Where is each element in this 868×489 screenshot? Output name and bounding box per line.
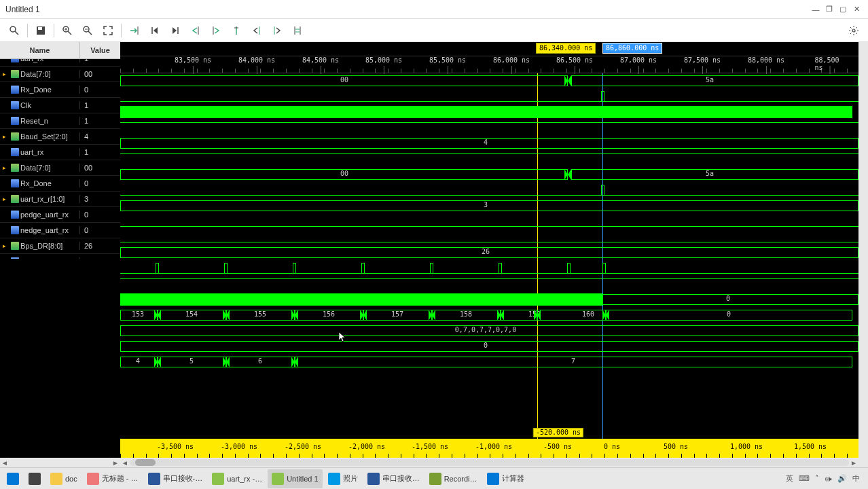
taskbar-label: 计算器 xyxy=(502,473,524,484)
wire-icon xyxy=(11,117,19,125)
panel-hscroll[interactable]: ◄► xyxy=(0,458,120,467)
taskbar-item[interactable]: uart_rx -… xyxy=(208,469,266,488)
expand-icon[interactable]: ▸ xyxy=(3,242,10,249)
zoom-in-icon[interactable] xyxy=(58,22,76,39)
wave-lane[interactable] xyxy=(120,276,858,292)
wave-lane[interactable] xyxy=(120,120,858,136)
goto-cursor-icon[interactable] xyxy=(126,22,143,39)
tray-lang-icon[interactable]: 中 xyxy=(852,473,860,484)
wave-lane[interactable] xyxy=(120,89,858,105)
signal-row[interactable]: nedge_uart_rx0 xyxy=(0,223,120,238)
next-trans-icon[interactable] xyxy=(207,22,225,39)
next-marker-icon[interactable] xyxy=(268,22,286,39)
wave-lane[interactable]: 4567 xyxy=(120,355,858,370)
scroll-track[interactable] xyxy=(130,459,849,466)
signal-row[interactable]: Rx_Done0 xyxy=(0,176,120,192)
search-icon[interactable] xyxy=(5,22,23,39)
time-ruler[interactable]: 83,500 ns84,000 ns84,500 ns85,000 ns85,5… xyxy=(120,56,858,73)
scroll-right-icon[interactable]: ► xyxy=(849,459,858,467)
wave-lane[interactable]: 3 xyxy=(120,198,858,214)
wave-lane[interactable] xyxy=(120,230,858,245)
yellow-marker-label[interactable]: 86,340.000 ns xyxy=(536,43,596,54)
system-tray[interactable]: 英 ⌨ ˄ 🕪 🔊 中 xyxy=(786,473,865,484)
swap-markers-icon[interactable] xyxy=(289,22,306,39)
tray-chevron-icon[interactable]: ˄ xyxy=(815,474,819,483)
expand-icon[interactable]: ▸ xyxy=(3,196,10,202)
zoom-fit-icon[interactable] xyxy=(99,22,117,39)
taskbar-label: uart_rx -… xyxy=(227,475,262,483)
wave-lane[interactable] xyxy=(120,105,858,120)
wave-canvas[interactable]: 005a4005a326015315415515615715815916000,… xyxy=(120,73,858,439)
expand-icon[interactable]: ▸ xyxy=(3,133,10,140)
blue-marker-label[interactable]: 86,860.000 ns xyxy=(602,43,662,54)
scroll-thumb[interactable] xyxy=(135,459,156,466)
wave-lane[interactable]: 0,7,0,7,7,0,7,0 xyxy=(120,323,858,339)
signal-row[interactable]: Rx_Done0 xyxy=(0,82,120,98)
goto-last-icon[interactable] xyxy=(166,22,184,39)
wave-lane[interactable] xyxy=(120,183,858,198)
close-button[interactable]: ✕ xyxy=(850,4,863,15)
wave-lane[interactable]: 0 xyxy=(120,339,858,355)
signal-row[interactable]: ▸Data[7:0]00 xyxy=(0,160,120,176)
signal-name: uart_rx xyxy=(20,59,43,62)
settings-icon[interactable] xyxy=(845,22,863,39)
wave-lane[interactable] xyxy=(120,151,858,167)
taskbar-item[interactable]: 串口接收-… xyxy=(144,469,207,488)
tray-ime-icon[interactable]: 英 xyxy=(786,473,793,484)
signal-value: 0 xyxy=(80,179,120,187)
expand-icon[interactable]: ▸ xyxy=(3,164,10,171)
signal-row[interactable]: uart_rx1 xyxy=(0,59,120,67)
prev-marker-icon[interactable] xyxy=(248,22,266,39)
tray-network-icon[interactable]: 🕪 xyxy=(825,475,832,483)
add-marker-icon[interactable] xyxy=(228,22,245,39)
waveform-area[interactable]: 86,340.000 ns 86,860.000 ns 83,500 ns84,… xyxy=(120,42,858,467)
taskbar-item[interactable]: 照片 xyxy=(324,469,362,488)
save-icon[interactable] xyxy=(32,22,50,39)
tray-input-icon[interactable]: ⌨ xyxy=(799,474,810,483)
delta-ruler[interactable]: -520.000 ns -3,500 ns-3,000 ns-2,500 ns-… xyxy=(120,439,858,458)
restore-button[interactable]: ❐ xyxy=(823,4,835,15)
signal-row[interactable]: ▸Data[7:0]00 xyxy=(0,67,120,82)
wave-lane[interactable]: 1531541551561571581591600 xyxy=(120,308,858,323)
name-column-header[interactable]: Name xyxy=(0,42,80,58)
signal-row[interactable]: ▸uart_rx_r[1:0]3 xyxy=(0,192,120,207)
taskbar-item[interactable]: 串口接收… xyxy=(363,469,424,488)
taskbar-item[interactable]: 无标题 - … xyxy=(83,469,143,488)
wave-icon xyxy=(272,473,284,485)
wave-lane[interactable]: 005a xyxy=(120,167,858,183)
signal-row[interactable]: Clk1 xyxy=(0,98,120,113)
taskbar-item[interactable]: Recordi… xyxy=(425,469,482,488)
minimize-button[interactable]: — xyxy=(810,4,822,15)
zoom-out-icon[interactable] xyxy=(79,22,96,39)
signal-row[interactable]: pedge_uart_rx0 xyxy=(0,207,120,223)
signal-name: Rx_Done xyxy=(20,86,52,94)
goto-first-icon[interactable] xyxy=(146,22,164,39)
wave-lane[interactable] xyxy=(120,214,858,230)
signal-row[interactable]: ▸Bps_DR[8:0]26 xyxy=(0,238,120,254)
taskbar-item[interactable]: Untitled 1 xyxy=(268,469,322,488)
signal-row[interactable]: ▸Baud_Set[2:0]4 xyxy=(0,129,120,145)
wave-lane[interactable]: 0 xyxy=(120,292,858,308)
signal-value: 0 xyxy=(80,86,120,94)
taskbar-item[interactable]: doc xyxy=(46,469,82,488)
ruler-tick: 88,500 ns xyxy=(815,56,844,71)
maximize-button[interactable]: ▢ xyxy=(837,4,849,15)
wave-lane[interactable]: 26 xyxy=(120,245,858,261)
taskbar-item[interactable] xyxy=(3,469,23,488)
wave-lane[interactable] xyxy=(120,261,858,276)
prev-trans-icon[interactable] xyxy=(187,22,204,39)
value-column-header[interactable]: Value xyxy=(80,42,120,58)
expand-icon[interactable]: ▸ xyxy=(3,71,10,77)
signal-row[interactable]: uart_rx1 xyxy=(0,145,120,160)
signal-list[interactable]: uart_rx1▸Data[7:0]00Rx_Done0Clk1Reset_n1… xyxy=(0,59,120,259)
tray-volume-icon[interactable]: 🔊 xyxy=(837,474,847,483)
wave-vscroll[interactable] xyxy=(858,42,868,467)
taskbar-item[interactable]: 计算器 xyxy=(483,469,528,488)
scroll-left-icon[interactable]: ◄ xyxy=(120,459,130,467)
wave-lane[interactable]: 005a xyxy=(120,73,858,89)
taskbar-item[interactable] xyxy=(24,469,45,488)
wave-lane[interactable]: 4 xyxy=(120,136,858,151)
wave-hscroll[interactable]: ◄ ► xyxy=(120,458,858,467)
signal-row[interactable]: Reset_n1 xyxy=(0,113,120,129)
delta-tick: 500 ns xyxy=(664,443,688,450)
